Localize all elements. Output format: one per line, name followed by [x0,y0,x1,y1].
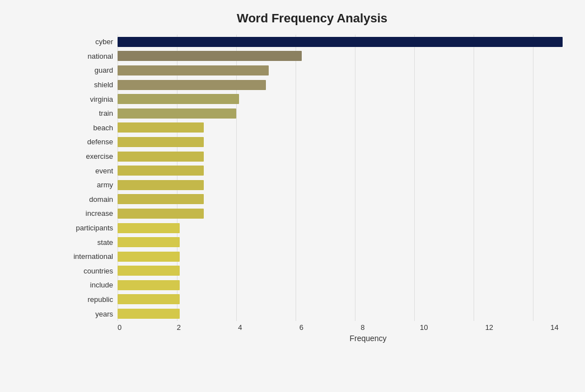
bar [118,237,180,247]
x-axis-label: Frequency [118,334,563,343]
bar [118,209,204,219]
x-tick: 10 [420,323,428,332]
y-label: domain [89,196,113,203]
bar [118,280,180,290]
bottom-area: 02468101214 Frequency [62,321,563,343]
y-label: international [73,253,113,260]
bar-row [118,63,563,78]
bar-row [118,249,563,264]
bar-row [118,135,563,149]
bar [118,65,269,75]
y-labels: cybernationalguardshieldvirginiatrainbea… [62,35,118,321]
x-tick: 4 [238,323,242,332]
x-tick: 8 [361,323,364,332]
bar-row [118,149,563,164]
bar-row [118,78,563,92]
chart-container: Word Frequency Analysis cybernationalgua… [0,0,585,392]
bar [118,51,302,61]
y-label: army [97,181,113,188]
bar-row [118,292,563,307]
y-label: state [97,239,113,246]
y-label: participants [76,224,113,232]
bar-row [118,106,563,121]
bar-row [118,221,563,235]
x-tick: 6 [299,323,303,332]
bar [118,152,204,162]
bar-row [118,278,563,292]
y-label: shield [94,81,113,88]
y-label: beach [93,124,113,131]
bar-row [118,178,563,192]
y-label: include [90,281,113,289]
y-label: defense [87,138,113,145]
y-label: exercise [86,153,113,160]
bar-row [118,264,563,278]
x-tick: 2 [177,323,181,332]
bar-row [118,163,563,178]
bar-row [118,206,563,221]
bar [118,252,180,262]
chart-title: Word Frequency Analysis [62,11,563,26]
bar [118,108,236,119]
bar [118,223,180,233]
bar-row [118,35,563,49]
bar [118,137,204,147]
bar-row [118,192,563,207]
x-tick: 0 [118,323,121,332]
bar [118,194,204,204]
y-label: national [87,53,113,60]
bar [118,166,204,176]
bar [118,180,204,190]
y-label: guard [95,67,113,74]
bar [118,122,204,133]
bar-row [118,92,563,106]
bar [118,94,239,104]
bars-and-grid [118,35,563,321]
y-label: cyber [95,38,113,45]
x-tick: 12 [485,323,493,332]
bar-row [118,306,563,321]
chart-area: cybernationalguardshieldvirginiatrainbea… [62,35,563,343]
y-label: years [95,310,113,318]
bar-row [118,121,563,135]
bar-row [118,235,563,249]
y-label: train [99,110,113,117]
y-label: virginia [90,96,113,103]
bar [118,294,180,304]
bar [118,309,180,319]
x-tick: 14 [550,323,558,332]
bars-section: cybernationalguardshieldvirginiatrainbea… [62,35,563,321]
y-label: increase [86,210,113,217]
bar [118,266,180,276]
x-ticks: 02468101214 [118,321,563,332]
bar [118,37,563,47]
y-label: countries [83,267,113,275]
y-label: republic [87,296,113,303]
y-label: event [95,167,113,174]
bar-row [118,49,563,64]
bar-rows [118,35,563,321]
bar [118,80,266,90]
